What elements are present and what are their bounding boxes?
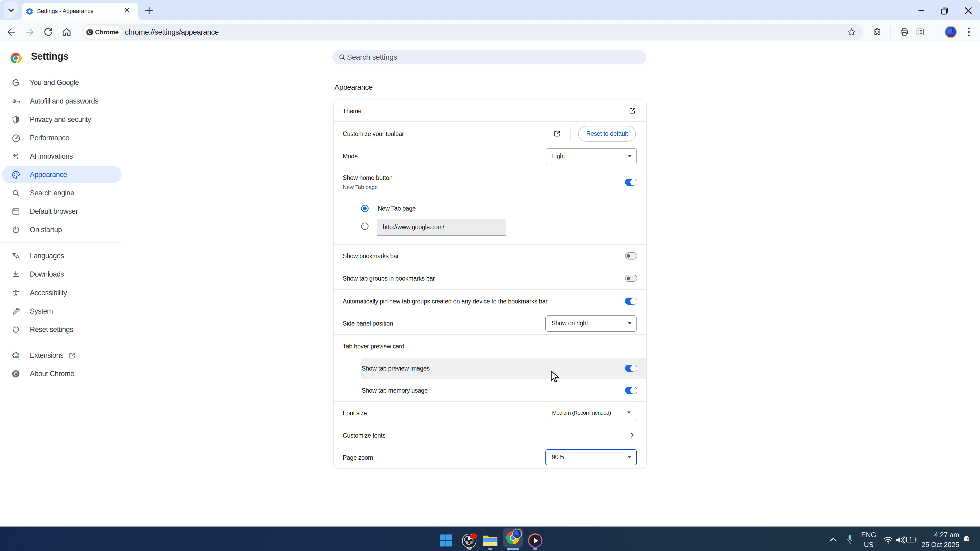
svg-text:z: z xyxy=(967,537,968,540)
svg-text:z: z xyxy=(968,536,969,538)
